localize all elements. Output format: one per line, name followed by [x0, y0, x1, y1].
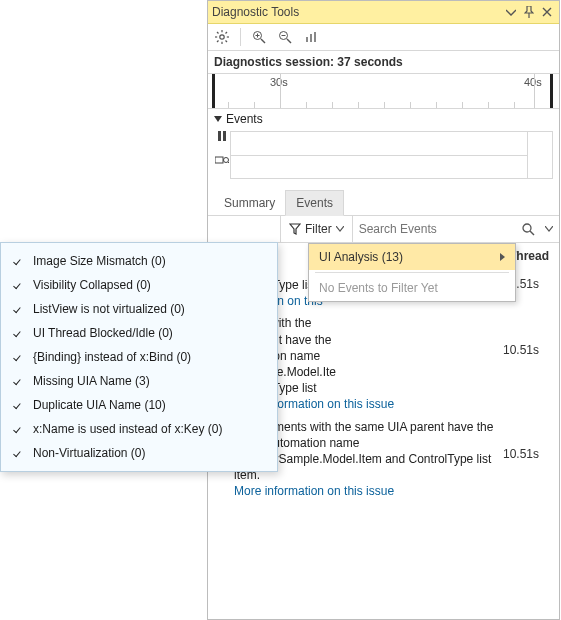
svg-line-5: [217, 32, 219, 34]
svg-line-6: [226, 41, 228, 43]
menu-item-no-events: No Events to Filter Yet: [309, 275, 515, 301]
ruler-label: 30s: [270, 76, 288, 88]
submenu-item[interactable]: Image Size Mismatch (0): [1, 249, 277, 273]
svg-rect-22: [223, 131, 226, 141]
ruler-tick: [280, 74, 281, 108]
submenu-item-label: Non-Virtualization (0): [33, 446, 146, 460]
tab-events[interactable]: Events: [285, 190, 344, 216]
submenu-item[interactable]: {Binding} instead of x:Bind (0): [1, 345, 277, 369]
time-ruler[interactable]: 30s 40s: [208, 74, 559, 109]
search-wrap: [353, 216, 559, 242]
zoom-out-icon[interactable]: [275, 27, 295, 47]
check-icon: [11, 303, 23, 315]
check-icon: [11, 423, 23, 435]
svg-line-20: [530, 231, 534, 235]
svg-rect-21: [218, 131, 221, 141]
menu-item-ui-analysis[interactable]: UI Analysis (13): [309, 244, 515, 270]
menu-item-label: UI Analysis (13): [319, 250, 403, 264]
ruler-start-mark: [212, 74, 215, 108]
swimlane-icons: [214, 128, 230, 168]
submenu-item[interactable]: Visibility Collapsed (0): [1, 273, 277, 297]
svg-point-0: [220, 35, 224, 39]
submenu-item-label: Image Size Mismatch (0): [33, 254, 166, 268]
submenu-item[interactable]: ListView is not virtualized (0): [1, 297, 277, 321]
window-options-icon[interactable]: [503, 4, 519, 20]
filter-button[interactable]: Filter: [281, 216, 353, 242]
svg-rect-17: [310, 34, 312, 42]
submenu-item-label: Missing UIA Name (3): [33, 374, 150, 388]
ruler-label: 40s: [524, 76, 542, 88]
submenu-item[interactable]: Missing UIA Name (3): [1, 369, 277, 393]
svg-line-14: [287, 39, 291, 43]
check-icon: [11, 351, 23, 363]
events-swimlane-header[interactable]: Events: [208, 109, 559, 129]
svg-rect-16: [306, 37, 308, 42]
submenu-item[interactable]: x:Name is used instead of x:Key (0): [1, 417, 277, 441]
svg-line-25: [228, 162, 229, 163]
filter-dropdown-menu: UI Analysis (13) No Events to Filter Yet: [308, 243, 516, 302]
svg-line-7: [226, 32, 228, 34]
search-icon[interactable]: [518, 223, 539, 236]
check-icon: [11, 447, 23, 459]
submenu-item[interactable]: Duplicate UIA Name (10): [1, 393, 277, 417]
submenu-arrow-icon: [500, 253, 505, 261]
filter-button-label: Filter: [305, 222, 332, 236]
submenu-item-label: Visibility Collapsed (0): [33, 278, 151, 292]
check-icon: [11, 375, 23, 387]
collapse-icon[interactable]: [214, 116, 222, 122]
svg-point-24: [224, 158, 229, 163]
submenu-item[interactable]: UI Thread Blocked/Idle (0): [1, 321, 277, 345]
check-icon: [11, 255, 23, 267]
filter-bar-pad: [208, 216, 281, 242]
chevron-down-icon: [336, 226, 344, 232]
filter-bar: Filter: [208, 216, 559, 243]
search-input[interactable]: [357, 221, 514, 237]
close-icon[interactable]: [539, 4, 555, 20]
svg-line-10: [261, 39, 265, 43]
events-swimlane-grid: [230, 131, 553, 179]
submenu-item-label: UI Thread Blocked/Idle (0): [33, 326, 173, 340]
svg-point-19: [523, 224, 531, 232]
submenu-item[interactable]: Non-Virtualization (0): [1, 441, 277, 465]
submenu-item-label: Duplicate UIA Name (10): [33, 398, 166, 412]
settings-icon[interactable]: [212, 27, 232, 47]
detail-tabs: Summary Events: [208, 189, 559, 216]
search-options-icon[interactable]: [543, 226, 555, 232]
event-time: 10.51s: [503, 419, 551, 461]
filter-icon: [289, 223, 301, 235]
submenu-item-label: x:Name is used instead of x:Key (0): [33, 422, 222, 436]
ui-analysis-submenu: Image Size Mismatch (0) Visibility Colla…: [0, 242, 278, 472]
title-bar: Diagnostic Tools: [208, 1, 559, 24]
session-label: Diagnostics session: 37 seconds: [208, 51, 559, 74]
ruler-tick: [534, 74, 535, 108]
events-swimlane-label: Events: [226, 112, 263, 126]
svg-rect-23: [215, 157, 223, 163]
zoom-in-icon[interactable]: [249, 27, 269, 47]
submenu-item-label: {Binding} instead of x:Bind (0): [33, 350, 191, 364]
svg-rect-18: [314, 32, 316, 42]
pin-icon[interactable]: [521, 4, 537, 20]
svg-line-8: [217, 41, 219, 43]
check-icon: [11, 399, 23, 411]
submenu-item-label: ListView is not virtualized (0): [33, 302, 185, 316]
check-icon: [11, 327, 23, 339]
menu-item-label: No Events to Filter Yet: [319, 281, 438, 295]
event-time: 10.51s: [503, 315, 551, 357]
ruler-end-mark: [550, 74, 553, 108]
separator: [240, 28, 241, 46]
toolbar: [208, 24, 559, 51]
pause-icon[interactable]: [214, 128, 230, 144]
menu-separator: [315, 272, 509, 273]
check-icon: [11, 279, 23, 291]
intellitrace-icon[interactable]: [214, 152, 230, 168]
tab-summary[interactable]: Summary: [214, 191, 285, 215]
more-info-link[interactable]: More information on this issue: [234, 483, 495, 499]
window-title: Diagnostic Tools: [212, 5, 501, 19]
chart-icon[interactable]: [301, 27, 321, 47]
